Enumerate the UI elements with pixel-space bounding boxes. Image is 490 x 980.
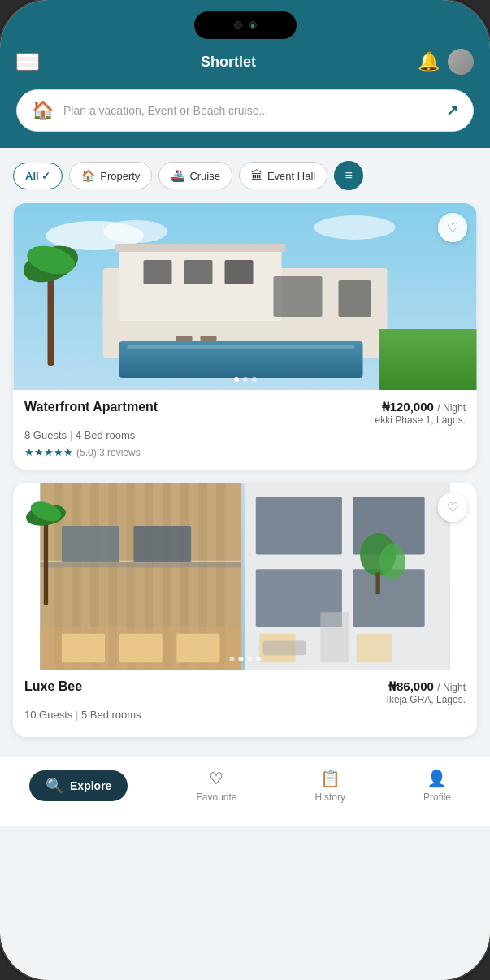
nav-explore[interactable]: 🔍 Explore	[29, 770, 128, 801]
price-amount-1: ₦120,000	[382, 400, 434, 414]
dot2-2	[238, 657, 243, 661]
dot-1	[234, 377, 239, 382]
favourite-button-2[interactable]: ♡	[438, 492, 467, 522]
profile-label: Profile	[423, 791, 451, 803]
profile-icon: 👤	[427, 769, 447, 788]
notification-bell-button[interactable]: 🔔	[418, 51, 440, 72]
svg-rect-39	[176, 634, 219, 662]
history-icon: 📋	[320, 769, 340, 788]
price-location-2: Ikeja GRA, Lagos.	[387, 694, 466, 705]
svg-rect-4	[48, 268, 54, 366]
svg-rect-38	[119, 634, 163, 662]
filter-button[interactable]: ≡	[334, 161, 363, 190]
camera	[234, 21, 242, 29]
explore-label: Explore	[70, 779, 111, 792]
svg-rect-9	[144, 260, 172, 284]
svg-rect-16	[128, 345, 355, 349]
tab-all-label: All ✓	[25, 170, 50, 182]
phone-frame: Shortlet 🔔 🏠 Plan a vacation, Event or B…	[0, 0, 490, 980]
tab-all[interactable]: All ✓	[13, 163, 63, 189]
bedrooms-1: 4 Bed rooms	[76, 429, 136, 441]
dynamic-island	[194, 11, 297, 39]
tab-event-label: Event Hall	[267, 170, 315, 182]
card-info-1: Waterfront Apartment ₦120,000 / Night Le…	[13, 390, 477, 470]
svg-rect-37	[62, 634, 105, 662]
property-icon: 🏠	[81, 169, 95, 182]
tab-cruise[interactable]: 🚢 Cruise	[158, 162, 232, 189]
stars-1: ★★★★★	[24, 446, 73, 458]
tab-cruise-label: Cruise	[189, 170, 220, 182]
bottom-nav: 🔍 Explore ♡ Favourite 📋 History 👤 Profil…	[0, 757, 490, 826]
svg-rect-17	[379, 329, 477, 390]
cruise-icon: 🚢	[171, 169, 184, 182]
svg-rect-44	[256, 497, 342, 555]
svg-rect-54	[263, 641, 306, 656]
nav-history[interactable]: 📋 History	[306, 765, 355, 806]
svg-rect-53	[320, 612, 349, 662]
favourite-label: Favourite	[196, 791, 236, 803]
filter-lines-icon: ≡	[345, 168, 353, 183]
search-section: 🏠 Plan a vacation, Event or Beach cruise…	[0, 89, 490, 148]
guests-2: 10 Guests	[24, 709, 72, 721]
price-night-2: / Night	[437, 682, 466, 693]
dot2-3	[247, 657, 252, 661]
nav-profile[interactable]: 👤 Profile	[414, 765, 461, 806]
svg-rect-12	[274, 276, 323, 317]
history-label: History	[315, 791, 345, 803]
image-dots-1	[234, 377, 257, 382]
card-price-2: ₦86,000 / Night Ikeja GRA, Lagos.	[387, 679, 466, 705]
property-name-2: Luxe Bee	[24, 679, 82, 694]
card-price-1: ₦120,000 / Night Lekki Phase 1, Lagos.	[370, 400, 466, 426]
card-rating-1: ★★★★★ (5.0) 3 reviews	[24, 446, 466, 458]
property-name-1: Waterfront Apartment	[24, 400, 158, 414]
svg-rect-32	[40, 562, 241, 567]
favourite-button-1[interactable]: ♡	[438, 213, 467, 242]
card-details-2: 10 Guests | 5 Bed rooms	[24, 709, 466, 721]
favourite-icon: ♡	[209, 769, 223, 788]
svg-rect-10	[184, 260, 213, 284]
property-card-1[interactable]: ♡ Waterfront Apartment ₦120,00	[13, 203, 477, 470]
tab-event-hall[interactable]: 🏛 Event Hall	[239, 162, 327, 189]
image-dots-2	[229, 657, 261, 661]
price-night-1: / Night	[437, 402, 466, 414]
search-placeholder: Plan a vacation, Event or Beach cruise..…	[63, 104, 436, 117]
property-card-2[interactable]: ♡ Luxe Bee ₦86,	[13, 483, 477, 737]
card-top-row-2: Luxe Bee ₦86,000 / Night Ikeja GRA, Lago…	[24, 679, 466, 705]
svg-rect-13	[339, 280, 371, 317]
card-image-wrapper-2: ♡	[13, 483, 477, 670]
camera-green	[249, 21, 257, 29]
cards-section: ♡ Waterfront Apartment ₦120,00	[0, 197, 490, 757]
svg-rect-40	[44, 518, 48, 605]
dot-2	[243, 377, 248, 382]
house-icon: 🏠	[32, 100, 54, 121]
card-details-1: 8 Guests | 4 Bed rooms	[24, 429, 466, 441]
card-top-row-1: Waterfront Apartment ₦120,000 / Night Le…	[24, 400, 466, 426]
tab-property-label: Property	[100, 170, 140, 182]
svg-rect-11	[225, 260, 254, 284]
menu-button[interactable]	[16, 53, 39, 71]
svg-rect-14	[115, 244, 286, 252]
guests-1: 8 Guests	[24, 429, 67, 441]
villa-image	[13, 203, 477, 390]
card-info-2: Luxe Bee ₦86,000 / Night Ikeja GRA, Lago…	[13, 670, 477, 737]
bedrooms-2: 5 Bed rooms	[81, 709, 141, 721]
event-icon: 🏛	[251, 169, 262, 182]
svg-rect-18	[176, 336, 193, 342]
search-bar[interactable]: 🏠 Plan a vacation, Event or Beach cruise…	[16, 89, 474, 132]
dot2-1	[229, 657, 234, 661]
nav-favourite[interactable]: ♡ Favourite	[186, 765, 246, 806]
luxe-image	[13, 483, 477, 670]
scroll-content[interactable]: 🏠 Plan a vacation, Event or Beach cruise…	[0, 89, 490, 980]
svg-point-3	[314, 215, 396, 240]
svg-rect-52	[357, 634, 392, 662]
svg-rect-35	[133, 526, 191, 562]
card-image-wrapper-1: ♡	[13, 203, 477, 390]
svg-rect-34	[62, 526, 119, 562]
filter-tabs: All ✓ 🏠 Property 🚢 Cruise 🏛 Event Hall ≡	[0, 148, 490, 197]
dot-3	[252, 377, 257, 382]
phone-inner: Shortlet 🔔 🏠 Plan a vacation, Event or B…	[0, 0, 490, 980]
app-title: Shortlet	[201, 54, 256, 71]
svg-rect-19	[201, 336, 217, 342]
tab-property[interactable]: 🏠 Property	[69, 162, 152, 189]
avatar	[448, 49, 474, 75]
